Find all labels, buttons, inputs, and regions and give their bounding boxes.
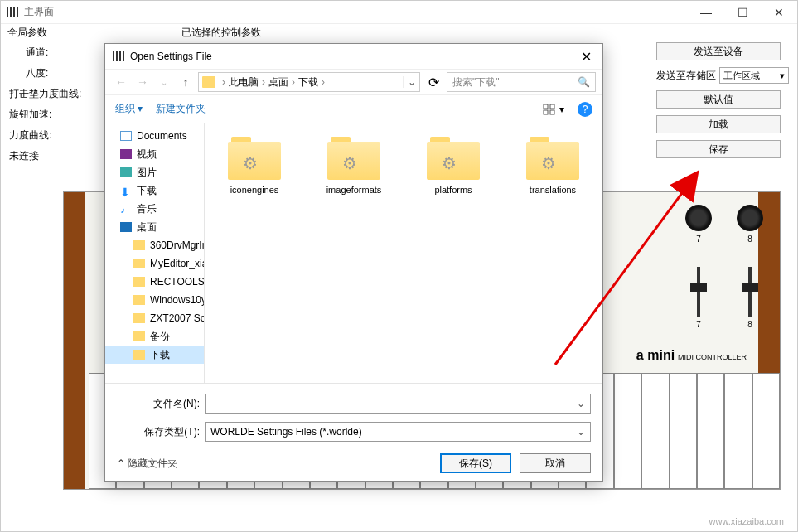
tree-item-label: 桌面: [137, 220, 157, 235]
tree-item[interactable]: ZXT2007 Soft: [105, 309, 204, 327]
send-to-storage-row: 发送至存储区 工作区域 ▾: [656, 67, 789, 84]
hide-folders-toggle[interactable]: ⌃ 隐藏文件夹: [117, 457, 177, 471]
tree-item[interactable]: Windows10yis: [105, 291, 204, 309]
folder-icon: [133, 313, 145, 323]
breadcrumb[interactable]: › 此电脑 › 桌面 › 下载 › ⌄: [198, 72, 420, 92]
folder-icon: [133, 240, 145, 250]
tree-item[interactable]: ⬇下载: [105, 181, 204, 200]
breadcrumb-item[interactable]: 下载: [298, 75, 318, 89]
search-input[interactable]: 搜索"下载" 🔍: [447, 72, 596, 92]
nav-up-button[interactable]: ↑: [177, 73, 195, 91]
tree-item-label: 360DrvMgrIn: [150, 239, 204, 251]
tree-item-label: 备份: [150, 330, 170, 344]
tree-item[interactable]: 备份: [105, 327, 204, 346]
filename-label: 文件名(N):: [117, 397, 200, 411]
svg-rect-11: [550, 110, 554, 114]
folder-icon: [133, 350, 145, 360]
global-params-header: 全局参数: [1, 24, 175, 41]
breadcrumb-item[interactable]: 此电脑: [229, 75, 259, 89]
svg-rect-0: [7, 7, 8, 17]
dialog-cancel-button[interactable]: 取消: [520, 453, 591, 473]
minimize-button[interactable]: —: [688, 1, 724, 24]
view-options-button[interactable]: ▾: [543, 104, 564, 115]
storage-area-combo[interactable]: 工作区域 ▾: [719, 67, 789, 84]
pic-icon: [120, 167, 132, 177]
right-panel: 发送至设备 发送至存储区 工作区域 ▾ 默认值 加载 保存: [656, 42, 789, 165]
tree-item[interactable]: 360DrvMgrIn: [105, 236, 204, 254]
filetype-combo[interactable]: WORLDE Settings Files (*.worlde): [205, 422, 591, 442]
dialog-nav-row: ← → ⌄ ↑ › 此电脑 › 桌面 › 下载 › ⌄ ⟳ 搜索"下载" 🔍: [105, 69, 602, 95]
nav-forward-button[interactable]: →: [133, 73, 152, 91]
tree-item[interactable]: 图片: [105, 163, 204, 181]
tree-item-label: 图片: [137, 166, 157, 180]
file-item[interactable]: ⚙iconengines: [213, 137, 296, 195]
load-button[interactable]: 加载: [656, 115, 781, 133]
file-item[interactable]: ⚙imageformats: [312, 137, 395, 195]
close-button[interactable]: ✕: [761, 1, 797, 24]
svg-rect-6: [119, 51, 121, 61]
file-item-label: imageformats: [326, 185, 382, 195]
search-placeholder: 搜索"下载": [452, 75, 500, 89]
svg-rect-1: [10, 7, 12, 17]
file-item-label: platforms: [434, 185, 472, 195]
down-icon: ⬇: [120, 186, 132, 196]
dialog-close-button[interactable]: ✕: [569, 44, 602, 69]
folder-icon: [133, 277, 145, 287]
gear-icon: ⚙: [442, 153, 457, 173]
dialog-toolbar: 组织 ▾ 新建文件夹 ▾ ?: [105, 95, 602, 123]
tree-item[interactable]: ♪音乐: [105, 200, 204, 218]
svg-rect-3: [17, 7, 18, 17]
file-item-label: iconengines: [230, 185, 279, 195]
slider-8: [748, 267, 752, 317]
breadcrumb-dropdown[interactable]: ⌄: [403, 76, 419, 88]
tree-item[interactable]: Documents: [105, 127, 204, 145]
filename-input[interactable]: [205, 394, 591, 414]
refresh-button[interactable]: ⟳: [423, 72, 443, 92]
main-window-title: 主界面: [24, 5, 54, 19]
dialog-bottom-area: 文件名(N): 保存类型(T): WORLDE Settings Files (…: [105, 383, 602, 481]
folder-icon: [133, 259, 145, 268]
svg-rect-10: [544, 110, 548, 114]
breadcrumb-item[interactable]: 桌面: [268, 75, 288, 89]
tree-item-label: 下载: [137, 184, 157, 198]
svg-rect-8: [544, 104, 548, 109]
tree-item[interactable]: 桌面: [105, 218, 204, 236]
gear-icon: ⚙: [342, 153, 357, 173]
send-to-storage-label: 发送至存储区: [656, 69, 716, 83]
file-item[interactable]: ⚙translations: [511, 137, 594, 195]
tree-item[interactable]: 下载: [105, 346, 204, 364]
svg-rect-9: [550, 104, 554, 109]
new-folder-button[interactable]: 新建文件夹: [156, 102, 206, 116]
tree-item-label: 音乐: [137, 202, 157, 216]
knob-8: [737, 205, 763, 231]
folder-icon: ⚙: [526, 137, 579, 180]
tree-item-label: ZXT2007 Soft: [150, 312, 204, 324]
save-button[interactable]: 保存: [656, 140, 781, 158]
dialog-save-button[interactable]: 保存(S): [440, 453, 511, 473]
main-titlebar: 主界面 — ☐ ✕: [1, 1, 797, 24]
nav-recent-dropdown[interactable]: ⌄: [155, 73, 173, 91]
desktop-icon: [120, 222, 132, 232]
knob-7: [685, 205, 712, 231]
nav-back-button[interactable]: ←: [112, 73, 130, 91]
tree-item-label: RECTOOLS_30: [150, 276, 204, 288]
organize-menu[interactable]: 组织 ▾: [115, 102, 143, 116]
tree-item[interactable]: RECTOOLS_30: [105, 273, 204, 291]
maximize-button[interactable]: ☐: [724, 1, 761, 24]
slider-7: [697, 267, 700, 317]
folder-icon: ⚙: [427, 137, 480, 180]
tree-item-label: Documents: [137, 130, 187, 142]
filetype-label: 保存类型(T):: [117, 425, 200, 439]
tree-item[interactable]: 视频: [105, 145, 204, 163]
file-item-label: translations: [530, 185, 576, 195]
doc-icon: [120, 131, 132, 141]
send-to-device-button[interactable]: 发送至设备: [656, 42, 781, 60]
watermark: www.xiazaiba.com: [709, 516, 784, 526]
save-file-dialog: Open Settings File ✕ ← → ⌄ ↑ › 此电脑 › 桌面 …: [104, 43, 603, 482]
help-button[interactable]: ?: [578, 102, 592, 117]
file-item[interactable]: ⚙platforms: [412, 137, 495, 195]
tree-item[interactable]: MyEditor_xiaz: [105, 254, 204, 273]
defaults-button[interactable]: 默认值: [656, 90, 781, 109]
svg-rect-4: [113, 51, 114, 61]
file-grid: ⚙iconengines⚙imageformats⚙platforms⚙tran…: [205, 123, 602, 383]
